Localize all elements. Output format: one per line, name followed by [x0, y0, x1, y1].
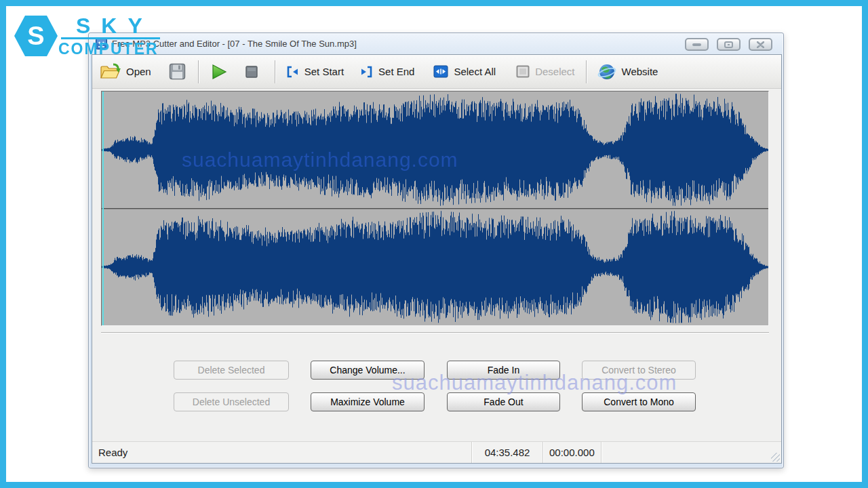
open-label: Open: [126, 66, 151, 77]
save-icon: [169, 63, 186, 80]
window-controls: [685, 38, 772, 51]
svg-text:S: S: [27, 22, 44, 50]
close-icon: [757, 41, 764, 48]
maximize-volume-button[interactable]: Maximize Volume: [311, 392, 425, 411]
app-icon: [96, 38, 107, 49]
delete-unselected-button: Delete Unselected: [174, 392, 289, 411]
set-start-button[interactable]: Set Start: [285, 63, 345, 81]
separator-line: [101, 332, 769, 333]
play-icon: [211, 64, 227, 80]
deselect-icon: [516, 65, 530, 78]
status-bar: Ready 04:35.482 00:00.000: [92, 441, 781, 463]
total-length-field: 04:35.482: [472, 442, 543, 463]
convert-to-mono-button[interactable]: Convert to Mono: [582, 392, 696, 411]
set-end-icon: [360, 66, 373, 78]
minimize-button[interactable]: [685, 38, 709, 51]
save-button[interactable]: [167, 60, 187, 83]
website-globe-icon: [597, 63, 616, 81]
change-volume-button[interactable]: Change Volume...: [311, 361, 425, 380]
close-button[interactable]: [749, 38, 772, 51]
open-folder-icon: [99, 62, 121, 81]
toolbar-separator: [198, 60, 199, 83]
screenshot-canvas: S SKY COMPUTER Free MP3 Cutter and Edito…: [0, 0, 868, 488]
toolbar-separator: [586, 60, 587, 83]
window-content: Open: [92, 54, 782, 464]
select-all-label: Select All: [454, 66, 496, 77]
open-button[interactable]: Open: [98, 60, 153, 84]
website-button[interactable]: Website: [596, 60, 660, 83]
deselect-label: Deselect: [535, 66, 574, 77]
set-end-button[interactable]: Set End: [359, 63, 416, 81]
logo-hexagon-icon: S: [14, 15, 58, 57]
minimize-icon: [692, 43, 701, 47]
website-label: Website: [622, 66, 658, 77]
set-start-icon: [286, 66, 299, 78]
window-title: Free MP3 Cutter and Editor - [07 - The S…: [112, 39, 357, 49]
stop-icon: [245, 65, 258, 79]
convert-to-stereo-button: Convert to Stereo: [582, 361, 696, 380]
toolbar-separator: [275, 60, 275, 83]
stop-button[interactable]: [243, 62, 260, 81]
maximize-icon: [724, 41, 733, 48]
deselect-button: Deselect: [515, 62, 576, 81]
fade-out-button[interactable]: Fade Out: [447, 392, 560, 411]
statusbar-filler: [601, 442, 781, 463]
waveform-canvas[interactable]: [102, 92, 768, 325]
delete-selected-button: Delete Selected: [174, 361, 289, 380]
fade-in-button[interactable]: Fade In: [447, 361, 560, 380]
resize-grip[interactable]: [771, 453, 780, 462]
set-end-label: Set End: [378, 66, 414, 77]
status-message: Ready: [92, 442, 472, 463]
set-start-label: Set Start: [304, 66, 344, 77]
select-all-icon: [433, 65, 448, 78]
title-bar[interactable]: Free MP3 Cutter and Editor - [07 - The S…: [89, 33, 783, 54]
position-field: 00:00.000: [543, 442, 601, 463]
app-window: Free MP3 Cutter and Editor - [07 - The S…: [88, 33, 784, 468]
select-all-button[interactable]: Select All: [432, 62, 497, 81]
toolbar: Open: [92, 55, 781, 89]
maximize-button[interactable]: [717, 38, 741, 51]
waveform-display[interactable]: suachuamaytinhdanang.com: [101, 91, 769, 326]
play-button[interactable]: [210, 61, 229, 83]
playhead-marker[interactable]: [102, 92, 104, 325]
